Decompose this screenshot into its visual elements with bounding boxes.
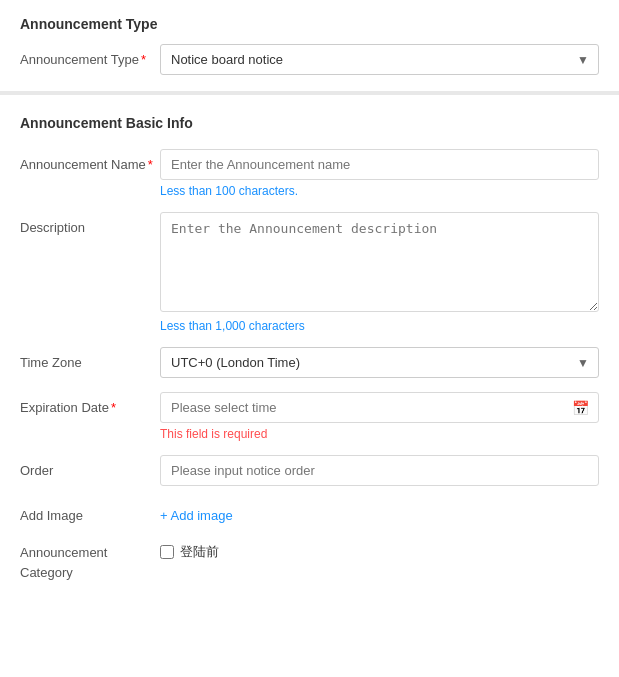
description-content: Less than 1,000 characters xyxy=(160,212,599,333)
description-label: Description xyxy=(20,212,160,235)
announcement-type-select[interactable]: Notice board notice System Announcement … xyxy=(160,44,599,75)
announcement-name-label: Announcement Name* xyxy=(20,149,160,172)
announcement-name-content: Less than 100 characters. xyxy=(160,149,599,198)
announcement-category-content: 登陆前 xyxy=(160,537,599,561)
time-zone-content: UTC+0 (London Time) UTC+8 (China Standar… xyxy=(160,347,599,378)
time-zone-row: Time Zone UTC+0 (London Time) UTC+8 (Chi… xyxy=(20,347,599,378)
announcement-basic-info-section: Announcement Basic Info Announcement Nam… xyxy=(0,95,619,616)
order-label: Order xyxy=(20,455,160,478)
required-star: * xyxy=(141,52,146,67)
description-textarea[interactable] xyxy=(160,212,599,312)
announcement-name-row: Announcement Name* Less than 100 charact… xyxy=(20,149,599,198)
expiration-date-content: 📅 This field is required xyxy=(160,392,599,441)
name-required-star: * xyxy=(148,157,153,172)
announcement-name-hint: Less than 100 characters. xyxy=(160,184,599,198)
announcement-category-checkbox-row: 登陆前 xyxy=(160,537,599,561)
add-image-label: Add Image xyxy=(20,500,160,523)
order-input[interactable] xyxy=(160,455,599,486)
expiration-required-star: * xyxy=(111,400,116,415)
time-zone-select[interactable]: UTC+0 (London Time) UTC+8 (China Standar… xyxy=(160,347,599,378)
announcement-type-heading: Announcement Type xyxy=(20,16,599,32)
order-content xyxy=(160,455,599,486)
announcement-type-row: Announcement Type* Notice board notice S… xyxy=(20,44,599,75)
add-image-button[interactable]: + Add image xyxy=(160,500,233,523)
announcement-type-section: Announcement Type Announcement Type* Not… xyxy=(0,0,619,95)
announcement-type-label: Announcement Type* xyxy=(20,52,160,67)
order-row: Order xyxy=(20,455,599,486)
expiration-date-label: Expiration Date* xyxy=(20,392,160,415)
announcement-category-label: Announcement Category xyxy=(20,537,160,582)
expiration-date-input[interactable] xyxy=(160,392,599,423)
announcement-category-checkbox-label: 登陆前 xyxy=(180,543,219,561)
time-zone-select-wrapper: UTC+0 (London Time) UTC+8 (China Standar… xyxy=(160,347,599,378)
basic-info-heading: Announcement Basic Info xyxy=(20,115,599,131)
expiration-date-wrapper: 📅 xyxy=(160,392,599,423)
announcement-type-select-wrapper: Notice board notice System Announcement … xyxy=(160,44,599,75)
description-hint: Less than 1,000 characters xyxy=(160,319,599,333)
time-zone-label: Time Zone xyxy=(20,347,160,370)
add-image-content: + Add image xyxy=(160,500,599,523)
expiration-date-row: Expiration Date* 📅 This field is require… xyxy=(20,392,599,441)
add-image-row: Add Image + Add image xyxy=(20,500,599,523)
announcement-category-row: Announcement Category 登陆前 xyxy=(20,537,599,582)
expiration-date-error: This field is required xyxy=(160,427,599,441)
announcement-category-checkbox[interactable] xyxy=(160,545,174,559)
announcement-name-input[interactable] xyxy=(160,149,599,180)
description-row: Description Less than 1,000 characters xyxy=(20,212,599,333)
